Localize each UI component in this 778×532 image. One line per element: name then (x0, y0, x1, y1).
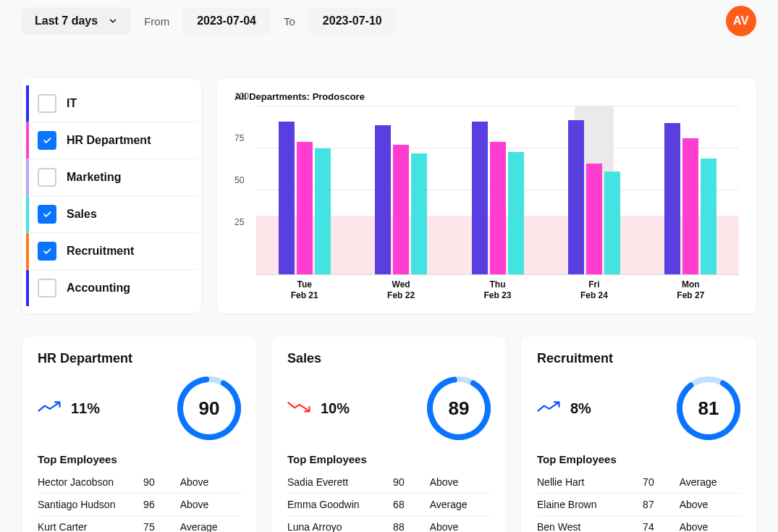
score-gauge: 81 (677, 376, 740, 440)
checkbox[interactable] (38, 168, 56, 187)
checkbox[interactable] (38, 205, 56, 224)
department-filter-hr-department[interactable]: HR Department (26, 122, 197, 159)
score-value: 89 (427, 376, 491, 440)
bar (682, 138, 698, 274)
card-title: Recruitment (537, 351, 740, 366)
department-filter-accounting[interactable]: Accounting (26, 270, 197, 306)
department-name: Marketing (67, 171, 122, 184)
bar (490, 142, 506, 274)
card-title: Sales (287, 351, 491, 366)
trend-up-icon (38, 399, 62, 418)
from-label: From (144, 15, 169, 28)
bar-chart: 255075100 (256, 106, 739, 275)
top-employees-table: Hector Jacobson90AboveSantiago Hudson96A… (38, 471, 241, 532)
from-date-input[interactable]: 2023-07-04 (182, 7, 271, 35)
trend-up-icon (537, 399, 562, 418)
score-value: 90 (177, 376, 241, 440)
bar (315, 148, 331, 274)
bar (586, 164, 602, 274)
x-axis-label: MonFeb 27 (643, 279, 739, 301)
employee-row: Emma Goodwin68Average (287, 494, 491, 516)
employee-row: Luna Arroyo88Above (287, 516, 491, 533)
department-name: Accounting (67, 282, 130, 295)
department-filter-panel: ITHR DepartmentMarketingSalesRecruitment… (22, 78, 201, 313)
department-filter-it[interactable]: IT (26, 85, 197, 122)
trend-value: 11% (71, 400, 100, 417)
avatar[interactable]: AV (726, 6, 756, 36)
card-title: HR Department (38, 351, 241, 366)
bar (568, 120, 584, 274)
x-axis-label: TueFeb 21 (256, 279, 352, 301)
checkbox[interactable] (38, 94, 56, 113)
date-range-label: Last 7 days (35, 14, 98, 28)
score-card-sales: Sales10%89Top EmployeesSadia Everett90Ab… (271, 337, 507, 532)
department-name: Recruitment (67, 245, 134, 258)
bar (279, 122, 295, 274)
employee-row: Nellie Hart70Average (537, 471, 740, 494)
department-filter-recruitment[interactable]: Recruitment (26, 233, 197, 270)
date-range-dropdown[interactable]: Last 7 days (22, 7, 131, 35)
bar (393, 145, 409, 274)
chart-title: All Departments: Prodoscore (234, 91, 739, 102)
x-axis-label: WedFeb 22 (352, 279, 449, 301)
trend-value: 10% (321, 400, 350, 417)
score-gauge: 90 (177, 376, 241, 440)
to-label: To (284, 15, 295, 28)
checkbox[interactable] (38, 131, 56, 150)
top-employees-label: Top Employees (287, 453, 491, 465)
department-name: IT (67, 97, 77, 110)
chevron-down-icon (108, 16, 118, 26)
trend-value: 8% (570, 400, 591, 417)
x-axis-label: FriFeb 24 (546, 279, 642, 301)
department-name: Sales (67, 208, 97, 221)
score-value: 81 (677, 376, 740, 440)
bar (508, 152, 524, 274)
score-gauge: 89 (427, 376, 491, 440)
bar (701, 159, 716, 274)
top-employees-label: Top Employees (38, 453, 241, 465)
bar (472, 122, 488, 274)
score-card-recruitment: Recruitment8%81Top EmployeesNellie Hart7… (521, 337, 756, 532)
employee-row: Kurt Carter75Average (38, 516, 241, 533)
department-name: HR Department (67, 134, 151, 147)
employee-row: Ben West74Above (537, 516, 740, 533)
department-filter-sales[interactable]: Sales (26, 196, 197, 233)
bar (375, 125, 391, 274)
bar (664, 123, 680, 274)
employee-row: Hector Jacobson90Above (38, 471, 241, 494)
chart-panel: All Departments: Prodoscore 255075100 Tu… (217, 78, 756, 313)
top-employees-table: Sadia Everett90AboveEmma Goodwin68Averag… (287, 471, 491, 532)
x-axis-label: ThuFeb 23 (449, 279, 546, 301)
employee-row: Santiago Hudson96Above (38, 494, 241, 516)
employee-row: Sadia Everett90Above (287, 471, 491, 494)
top-employees-label: Top Employees (537, 453, 740, 465)
trend: 10% (287, 399, 350, 418)
checkbox[interactable] (38, 279, 56, 297)
score-card-hr-department: HR Department11%90Top EmployeesHector Ja… (22, 337, 257, 532)
employee-row: Elaine Brown87Above (537, 494, 740, 516)
to-date-input[interactable]: 2023-07-10 (308, 7, 397, 35)
bar (411, 153, 427, 274)
trend-down-icon (287, 399, 312, 418)
trend: 8% (537, 399, 591, 418)
bar (604, 172, 620, 274)
trend: 11% (38, 399, 100, 418)
department-filter-marketing[interactable]: Marketing (26, 159, 197, 196)
top-employees-table: Nellie Hart70AverageElaine Brown87AboveB… (537, 471, 740, 532)
bar (297, 142, 313, 274)
checkbox[interactable] (38, 242, 56, 261)
